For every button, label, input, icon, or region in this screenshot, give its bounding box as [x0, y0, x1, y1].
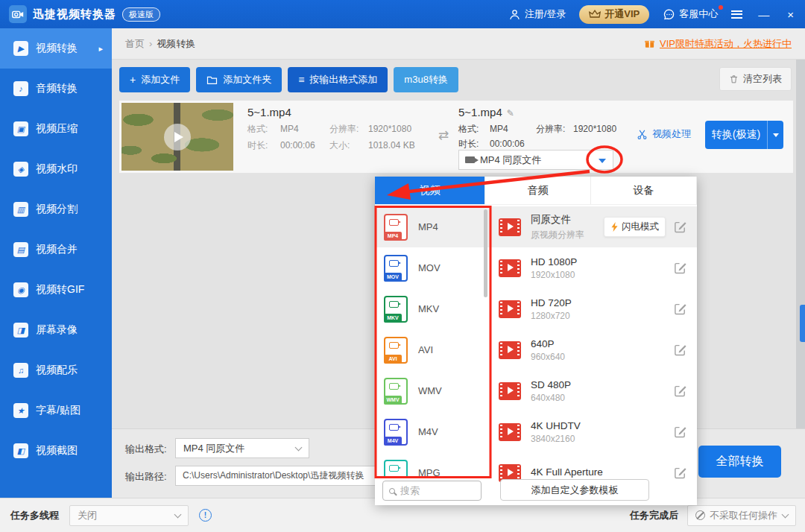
add-by-format-button[interactable]: ≡按输出格式添加: [288, 67, 388, 92]
edit-icon[interactable]: [673, 466, 687, 483]
output-format-select[interactable]: MP4 同原文件: [175, 438, 309, 458]
format-option[interactable]: WMV WMV: [375, 370, 488, 411]
output-path-label: 输出路径:: [125, 470, 167, 484]
menu-icon[interactable]: [731, 10, 742, 19]
edition-badge: 极速版: [122, 7, 160, 22]
audio-convert-icon: ♪: [13, 81, 28, 96]
rename-icon[interactable]: ✎: [507, 108, 514, 118]
video-merge-icon: ▤: [13, 242, 28, 257]
lightning-mode-badge[interactable]: 闪电模式: [604, 217, 666, 237]
video-thumbnail[interactable]: [121, 103, 233, 171]
video-file-icon: MPG: [384, 460, 408, 478]
folder-icon: [206, 75, 218, 85]
edit-icon[interactable]: [673, 343, 687, 360]
vip-promo-link[interactable]: VIP限时特惠活动，火热进行中: [644, 37, 792, 51]
after-task-select[interactable]: 不采取任何操作: [687, 505, 796, 526]
dropdown-arrow-icon[interactable]: [599, 159, 606, 163]
sidebar-item[interactable]: ◨ 屏幕录像: [0, 310, 112, 350]
format-list-scrollbar[interactable]: [484, 209, 487, 297]
convert-all-button[interactable]: 全部转换: [698, 446, 781, 478]
format-panel: 视频 音频 设备 MP4 MP4: [375, 177, 697, 505]
feedback-tab[interactable]: [800, 305, 805, 342]
video-process-button[interactable]: 视频处理: [637, 127, 691, 141]
search-input[interactable]: [400, 485, 467, 496]
sidebar-item[interactable]: ◉ 视频转GIF: [0, 270, 112, 310]
filmstrip-icon: [499, 259, 521, 277]
add-folder-button[interactable]: 添加文件夹: [196, 67, 282, 92]
edit-icon[interactable]: [673, 220, 687, 237]
sidebar-item[interactable]: ♪ 音频转换: [0, 69, 112, 109]
video-to-gif-icon: ◉: [13, 282, 28, 297]
sidebar-item[interactable]: ▤ 视频合并: [0, 229, 112, 270]
login-button[interactable]: 注册/登录: [508, 7, 566, 21]
format-option[interactable]: MOV MOV: [375, 247, 488, 288]
open-vip-button[interactable]: 开通VIP: [579, 5, 649, 24]
source-duration: 00:00:06: [280, 140, 329, 151]
convert-button[interactable]: 转换(极速): [705, 121, 783, 149]
sidebar-item[interactable]: ◈ 视频水印: [0, 149, 112, 189]
edit-icon[interactable]: [673, 261, 687, 278]
chat-icon: [663, 8, 675, 21]
format-option[interactable]: MKV MKV: [375, 288, 488, 329]
format-option[interactable]: AVI AVI: [375, 329, 488, 370]
convert-options-arrow[interactable]: [767, 121, 783, 149]
format-option[interactable]: MPG MPG: [375, 452, 488, 477]
support-button[interactable]: 客服中心: [663, 7, 718, 21]
format-search: [382, 481, 482, 501]
format-list: MP4 MP4 MOV MOV MKV: [375, 206, 488, 477]
info-icon[interactable]: !: [199, 509, 212, 522]
preset-option[interactable]: 同原文件 原视频分辨率 闪电模式: [488, 206, 697, 247]
preset-option[interactable]: HD 720P 1280x720: [488, 288, 697, 329]
clear-list-button[interactable]: 清空列表: [719, 67, 792, 91]
sidebar-item[interactable]: ★ 字幕/贴图: [0, 390, 112, 431]
after-task-label: 任务完成后: [630, 509, 678, 522]
preset-option[interactable]: 640P 960x640: [488, 329, 697, 370]
notification-dot: [719, 5, 723, 10]
preset-option[interactable]: HD 1080P 1920x1080: [488, 247, 697, 288]
video-file-icon: M4V: [384, 419, 408, 446]
sidebar: ▶ 视频转换 ▸ ♪ 音频转换 ▣ 视频压缩 ◈ 视频水印: [0, 28, 112, 498]
close-button[interactable]: ×: [785, 8, 796, 21]
format-option[interactable]: MP4 MP4: [375, 206, 488, 247]
m3u8-convert-button[interactable]: m3u8转换: [394, 67, 458, 92]
video-watermark-icon: ◈: [13, 162, 28, 177]
add-file-button[interactable]: +添加文件: [119, 67, 190, 92]
chevron-down-icon: [295, 443, 303, 451]
filmstrip-icon: [499, 423, 521, 441]
edit-icon[interactable]: [673, 302, 687, 319]
preset-option[interactable]: 4K UHDTV 3840x2160: [488, 411, 697, 452]
plus-icon: +: [130, 74, 136, 86]
video-snapshot-icon: ◧: [13, 443, 28, 458]
sidebar-item[interactable]: ▥ 视频分割: [0, 189, 112, 229]
sidebar-item[interactable]: ▶ 视频转换 ▸: [0, 28, 112, 69]
format-tab[interactable]: 音频: [485, 177, 591, 204]
output-preset-dropdown[interactable]: MP4 同原文件: [458, 150, 613, 170]
minimize-button[interactable]: —: [756, 8, 771, 21]
edit-icon[interactable]: [673, 384, 687, 401]
sidebar-item[interactable]: ♫ 视频配乐: [0, 350, 112, 390]
play-icon[interactable]: [164, 124, 191, 151]
threads-select[interactable]: 关闭: [69, 505, 189, 526]
edit-icon[interactable]: [673, 425, 687, 442]
video-file-icon: MOV: [384, 255, 408, 282]
output-format: MP4: [490, 124, 536, 134]
format-panel-tabs: 视频 音频 设备: [375, 177, 697, 205]
breadcrumb-home[interactable]: 首页: [125, 37, 145, 51]
format-tab[interactable]: 视频: [375, 177, 485, 204]
preset-option[interactable]: SD 480P 640x480: [488, 370, 697, 411]
shuffle-icon[interactable]: ⇄: [438, 127, 449, 143]
format-tab[interactable]: 设备: [591, 177, 697, 204]
format-option[interactable]: M4V M4V: [375, 411, 488, 452]
list-icon: ≡: [298, 74, 304, 86]
video-file-icon: WMV: [384, 378, 408, 405]
filmstrip-icon: [499, 218, 521, 236]
file-row: 5~1.mp4 格式:MP4分辨率:1920*1080 时长:00:00:06大…: [119, 101, 793, 173]
output-duration: 00:00:06: [490, 139, 536, 149]
video-compress-icon: ▣: [13, 121, 28, 136]
filmstrip-icon: [499, 341, 521, 359]
add-custom-template-button[interactable]: 添加自定义参数模板: [500, 479, 649, 501]
sidebar-item[interactable]: ◧ 视频截图: [0, 431, 112, 471]
source-format: MP4: [280, 124, 329, 134]
source-filename: 5~1.mp4: [247, 106, 291, 118]
sidebar-item[interactable]: ▣ 视频压缩: [0, 109, 112, 149]
